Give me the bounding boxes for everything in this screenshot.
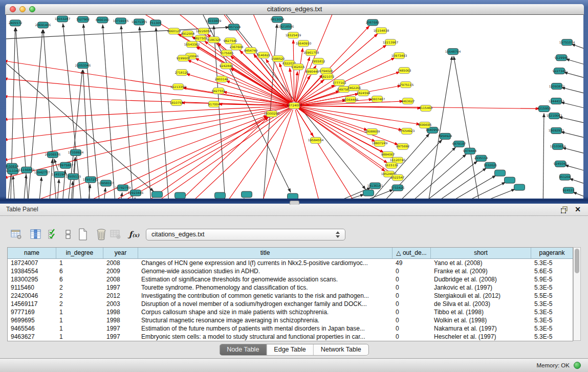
graph-node-label: 6879197 [452,142,466,145]
tab-network-table[interactable]: Network Table [313,344,368,355]
graph-node-label: 1821072 [321,75,335,78]
close-panel-icon[interactable]: ✕ [575,205,581,214]
panel-title: Table Panel [6,204,38,215]
table-cell: 0 [393,333,431,341]
table-cell: Changes of HCN gene expression and I(f) … [138,259,393,267]
graph-node-label: 8454749 [244,49,258,52]
memory-status-label: Memory: OK [536,359,570,372]
graph-edge [564,72,583,79]
table-cell: 2009 [103,267,138,275]
select-all-checks-icon[interactable] [44,226,60,243]
table-column-icon[interactable] [28,226,44,243]
graph-node[interactable] [363,190,374,196]
table-scrollbar[interactable] [573,247,581,341]
graph-node-label: 2522547 [391,176,405,179]
table-cell: 49 [393,259,431,267]
table-cell: 1998 [103,308,138,316]
column-header-name[interactable]: name [8,248,56,258]
graph-edge [562,148,583,155]
network-canvas[interactable]: 2405572206914061065328715279028466160107… [6,14,583,199]
new-document-icon[interactable] [75,226,91,243]
graph-node[interactable] [215,192,226,199]
graph-node-label: 18226058 [196,29,212,33]
graph-node-label: 15692931 [549,128,564,132]
table-cell: 5.3E-5 [531,324,573,333]
graph-edge [573,192,583,199]
table-cell: 18300295 [8,275,56,283]
graph-node-label: 20691406 [35,23,51,27]
graph-edge [187,60,290,104]
graph-node-label: 8912954 [181,32,195,35]
graph-node-label: 16154838 [374,29,389,32]
graph-node-label: 10975887 [58,163,74,167]
graph-node[interactable] [242,191,252,198]
graph-node[interactable] [288,193,298,199]
table-row[interactable]: 977716911998Corpus callosum shape and si… [8,308,573,316]
network-window-titlebar[interactable]: citations_edges.txt [5,4,584,15]
tab-node-table[interactable]: Node Table [220,344,266,355]
graph-node-label: 8990448 [306,70,319,73]
table-cell: 1 [56,316,103,324]
table-cell: 1 [56,308,103,316]
table-settings-icon[interactable] [8,226,25,243]
application-window: citations_edges.txt 24055722069140610653… [0,0,588,372]
graph-edge [293,40,294,102]
table-row[interactable]: 946362711997Embryonic stem cells: a mode… [8,333,573,341]
tab-edge-table[interactable]: Edge Table [266,344,313,355]
table-row[interactable]: 1872400712008Changes of HCN gene express… [8,259,573,267]
graph-node-label: 10653287 [55,17,71,20]
table-row[interactable]: 911546021997Tourette syndrome. Phenomeno… [8,283,573,292]
table-row[interactable]: 969969511998Structural magnetic resonanc… [8,316,573,324]
column-header-year[interactable]: year [103,248,138,258]
graph-node[interactable] [175,192,186,199]
table-cell: 0 [393,308,431,316]
graph-node-label: 8813054 [271,17,285,21]
table-cell: Genome-wide association studies in ADHD. [138,267,393,275]
table-cell: Estimation of the future numbers of pati… [138,324,393,333]
graph-node-label: 19218596 [278,25,294,28]
table-row[interactable]: 1938455462009Genome-wide association stu… [8,267,573,275]
scrollbar-thumb[interactable] [575,249,579,273]
graph-node-label: 12923446 [128,191,144,194]
table-cell: 19384554 [8,267,56,275]
graph-node[interactable] [152,191,163,198]
column-header-in_degree[interactable]: in_degree [56,248,103,258]
graph-node-label: 9699695 [418,123,432,126]
table-row[interactable]: 2242004622012Investigating the contribut… [8,292,573,300]
table-row[interactable]: 1830029562008Estimation of significance … [8,275,573,283]
graph-node-label: 2367608 [230,45,244,49]
table-cell: 9463627 [8,333,56,341]
graph-node[interactable] [514,184,525,190]
function-builder-icon[interactable]: ƒ(x) [126,226,142,243]
table-cell: Stergiakouli et al. (2012) [431,292,531,300]
column-header-title[interactable]: title [138,248,393,258]
graph-edge [23,174,26,199]
graph-edge [230,68,291,103]
table-row[interactable]: 1456911722003Disruption of a novel membe… [8,300,573,308]
graph-node-label: 18300295 [264,112,280,115]
table-cell: Embryonic stem cells: a model to study s… [138,333,393,341]
column-header-short[interactable]: short [431,248,531,258]
graph-edge [38,177,41,199]
graph-node-label: 10719155 [113,19,129,23]
panel-divider-grip[interactable] [290,201,299,205]
graph-node-label: 16120746 [390,158,406,162]
graph-node-label: 9146821 [257,53,271,57]
graph-node-label: 9827503 [194,36,208,40]
graph-node[interactable] [495,170,506,176]
graph-node-label: 9313346 [6,169,20,172]
table-source-select[interactable]: citations_edges.txt [146,229,345,240]
column-header-pagerank[interactable]: pagerank [531,248,573,258]
row-height-icon[interactable] [60,226,76,243]
table-cell: 18724007 [8,259,56,267]
graph-node-label: 9150614 [6,164,19,168]
column-header-out_de[interactable]: △ out_de... [393,248,431,258]
graph-node[interactable] [505,177,515,183]
graph-node-label: 12093872 [549,84,565,88]
float-panel-icon[interactable] [561,206,569,213]
graph-node-label: 9245042 [554,162,568,165]
graph-node-label: 7632621 [484,163,497,167]
table-row[interactable]: 946554611997Estimation of the future num… [8,324,573,333]
graph-edge [175,108,291,199]
graph-edge [298,99,373,105]
